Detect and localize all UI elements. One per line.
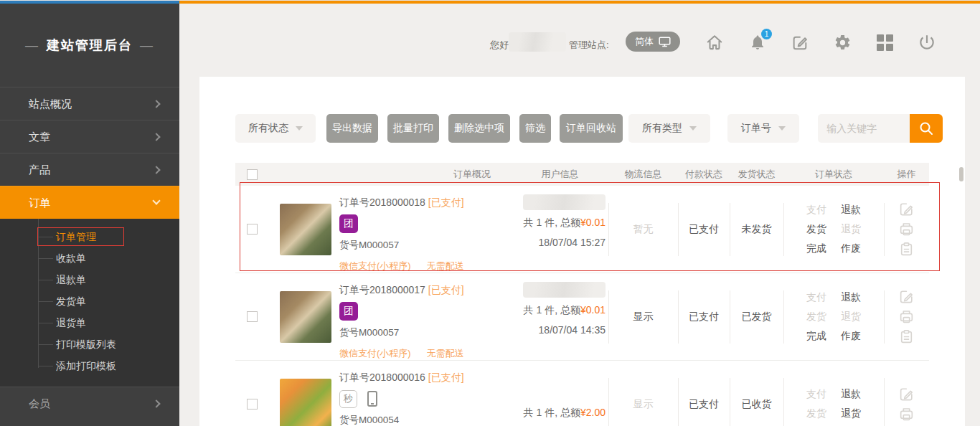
action-refund[interactable]: 退款 [841, 291, 861, 304]
pay-status-value: 已支付 [689, 311, 719, 323]
logistics-value[interactable]: 显示 [633, 311, 654, 323]
delete-selected-button[interactable]: 删除选中项 [448, 114, 510, 143]
power-icon[interactable] [917, 32, 937, 52]
type-filter-dropdown[interactable]: 所有类型 [628, 114, 710, 143]
orders-submenu: 订单管理 收款单 退款单 发货单 退货单 打印模版列表 添加打印 [0, 219, 179, 387]
print-icon[interactable] [898, 406, 915, 423]
pay-method-label: 微信支付(小程序) [339, 347, 411, 360]
keyword-input[interactable] [818, 114, 910, 143]
action-void[interactable]: 作废 [841, 242, 861, 255]
sidebar-item-label: 站点概况 [29, 98, 72, 110]
select-all-checkbox[interactable] [247, 169, 258, 180]
status-filter-dropdown[interactable]: 所有状态 [235, 114, 316, 143]
submenu-item-order-management[interactable]: 订单管理 [0, 226, 179, 247]
submenu-item-shipping-orders[interactable]: 发货单 [0, 290, 179, 312]
language-pill[interactable]: 简体 [626, 32, 680, 52]
chevron-down-icon [689, 126, 697, 131]
submenu-item-receipts[interactable]: 收款单 [0, 247, 179, 269]
content-card: 所有状态 导出数据 批量打印 删除选中项 筛选 订单回收站 [199, 77, 965, 426]
pay-status-value: 已支付 [689, 223, 719, 236]
filter-button[interactable]: 筛选 [519, 114, 551, 143]
action-complete[interactable]: 完成 [806, 242, 826, 255]
clipboard-icon[interactable] [898, 328, 915, 346]
header-order-overview: 订单概况 [339, 168, 512, 181]
action-ship: 发货 [806, 407, 826, 420]
type-filter-value: 所有类型 [642, 122, 682, 135]
chevron-down-icon [152, 197, 160, 204]
print-icon[interactable] [898, 221, 915, 238]
group-buy-badge: 团 [339, 214, 358, 233]
action-void[interactable]: 作废 [841, 330, 861, 343]
product-thumbnail[interactable] [280, 204, 331, 255]
sidebar-item-orders[interactable]: 订单 [0, 186, 179, 219]
sidebar-item-members[interactable]: 会员 [0, 387, 179, 420]
edit-icon[interactable] [898, 201, 915, 218]
submenu-item-print-template-list[interactable]: 打印模版列表 [0, 333, 179, 355]
order-number: 订单号2018000017 [339, 284, 425, 295]
logistics-value: 暂无 [633, 223, 654, 236]
order-amount: ¥0.01 [580, 304, 606, 316]
product-thumbnail[interactable] [280, 379, 331, 426]
edit-icon[interactable] [898, 386, 915, 403]
home-icon[interactable] [705, 32, 725, 52]
row-checkbox[interactable] [247, 224, 258, 235]
flash-sale-badge: 秒 [339, 390, 357, 408]
submenu-item-label: 退款单 [56, 274, 86, 285]
main-area: 您好 管理站点: 简体 1 [179, 4, 980, 426]
submenu-item-label: 添加打印模板 [56, 360, 116, 371]
action-pay: 支付 [806, 291, 826, 304]
action-pay: 支付 [806, 204, 826, 217]
scrollbar-thumb[interactable] [959, 167, 963, 181]
row-checkbox[interactable] [247, 399, 258, 410]
export-data-button[interactable]: 导出数据 [326, 114, 378, 143]
action-ship[interactable]: 发货 [806, 223, 826, 236]
ship-status-value: 已发货 [742, 311, 772, 323]
order-number: 订单号2018000018 [339, 197, 425, 208]
chevron-down-icon [778, 126, 786, 131]
action-complete[interactable]: 完成 [806, 330, 826, 343]
submenu-item-add-print-template[interactable]: 添加打印模板 [0, 355, 179, 377]
print-icon[interactable] [898, 308, 915, 326]
order-recycle-bin-button[interactable]: 订单回收站 [560, 114, 623, 143]
pay-method-label: 微信支付(小程序) [339, 260, 411, 273]
order-datetime: 18/07/04 15:27 [512, 237, 606, 248]
product-thumbnail[interactable] [280, 291, 331, 343]
search-field-dropdown[interactable]: 订单号 [727, 114, 799, 143]
action-refund[interactable]: 退款 [841, 204, 861, 217]
status-filter-value: 所有状态 [248, 122, 288, 135]
grid-icon[interactable] [875, 32, 895, 52]
table-row: 订单号2018000017 [已支付] 团 货号M000057 微信支付(小程序… [235, 273, 929, 361]
submenu-item-refund-orders[interactable]: 退款单 [0, 269, 179, 290]
edit-icon[interactable] [898, 288, 915, 306]
redacted-buyer-name [523, 282, 606, 298]
sidebar-item-products[interactable]: 产品 [0, 153, 179, 186]
row-checkbox[interactable] [247, 311, 258, 322]
header-user-info: 用户信息 [512, 168, 608, 181]
order-rows: 订单号2018000018 [已支付] 团 货号M000057 微信支付(小程序… [235, 186, 929, 426]
submenu-item-return-orders[interactable]: 退货单 [0, 312, 179, 333]
logistics-value: 显示 [633, 398, 654, 411]
search-button[interactable] [910, 114, 943, 143]
search-icon [918, 120, 935, 137]
action-return[interactable]: 退货 [841, 407, 861, 420]
action-refund[interactable]: 退款 [841, 388, 861, 401]
batch-print-button[interactable]: 批量打印 [387, 114, 439, 143]
greeting-label: 您好 [490, 39, 509, 52]
sidebar-item-articles[interactable]: 文章 [0, 120, 179, 153]
clipboard-icon[interactable] [898, 241, 915, 258]
bell-icon[interactable]: 1 [748, 32, 768, 52]
edit-icon[interactable] [790, 32, 810, 52]
sku-label: 货号M000054 [339, 414, 512, 426]
order-amount: ¥0.01 [580, 217, 606, 228]
chevron-right-icon [152, 166, 160, 174]
chevron-down-icon [296, 126, 303, 131]
shipping-note-label: 无需配送 [427, 347, 464, 360]
submenu-item-label: 打印模版列表 [56, 339, 116, 350]
gear-icon[interactable] [832, 32, 852, 52]
sidebar-item-site-overview[interactable]: 站点概况 [0, 87, 179, 120]
order-summary: 共 1 件, 总额¥2.00 [512, 407, 606, 420]
header-order-status: 订单状态 [783, 168, 884, 181]
paid-tag: [已支付] [428, 197, 464, 208]
paid-tag: [已支付] [428, 284, 464, 295]
title-dash-left: — [25, 38, 39, 53]
